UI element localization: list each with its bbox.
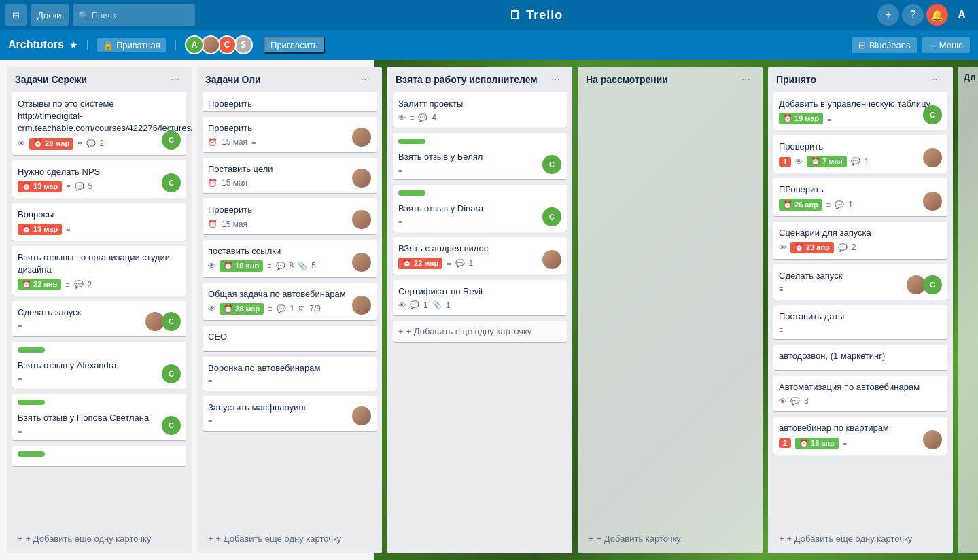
card-c4[interactable]: Взять отзывы по организации студии дизай… xyxy=(12,246,186,296)
num-badge-p9: 2 xyxy=(779,438,791,448)
card-title-v2: Взять отзыв у Белял xyxy=(398,151,561,163)
comment-count-c1: 2 xyxy=(100,139,105,148)
card-p4[interactable]: Сценарий для запуска 👁 ⏰ 23 апр 💬 2 xyxy=(773,222,947,259)
desc-icon-p1: ≡ xyxy=(827,115,831,123)
list-menu-zadachi-oli[interactable]: ··· xyxy=(357,72,374,87)
card-o2[interactable]: Проверить ⏰ 15 мая ≡ xyxy=(203,117,377,152)
card-title-o2: Проверить xyxy=(208,122,371,135)
desc-icon-p6: ≡ xyxy=(779,326,783,334)
card-p3[interactable]: ПРоверить ⏰ 26 апр ≡ 💬 1 xyxy=(773,178,947,215)
clip-count-o5: 5 xyxy=(311,261,316,270)
eye-icon-p4: 👁 xyxy=(779,243,786,251)
list-menu-vzyta[interactable]: ··· xyxy=(547,72,564,87)
notification-button[interactable]: 🔔 xyxy=(926,4,948,26)
add-card-prinyato[interactable]: + + Добавить еще одну карточку xyxy=(773,529,947,548)
card-meta-p4: 👁 ⏰ 23 апр 💬 2 xyxy=(779,242,942,253)
add-icon-4: + xyxy=(589,533,594,544)
avatar-c[interactable]: C xyxy=(217,35,237,54)
card-c8[interactable]: Взять отзыв у Попова Светлана xyxy=(12,446,186,466)
boards-button[interactable]: Доски xyxy=(31,4,69,26)
bluejeans-button[interactable]: ⊞ BlueJeans xyxy=(852,37,918,53)
desc-icon-v1: ≡ xyxy=(410,113,414,122)
menu-button[interactable]: ··· Меню xyxy=(922,37,970,53)
bluejeans-label: BlueJeans xyxy=(869,40,911,50)
avatar-s[interactable]: S xyxy=(234,35,253,54)
add-card-zadachi-oli[interactable]: + + Добавить еще одну карточку xyxy=(203,529,377,548)
avatar-p1: C xyxy=(923,105,942,124)
date-badge-p9: ⏰ 18 апр xyxy=(795,438,839,449)
card-v1[interactable]: Залитт проекты 👁 ≡ 💬 4 xyxy=(393,92,567,128)
card-meta-p1: ⏰ 19 мар ≡ xyxy=(779,113,942,124)
card-title-o8: Воронка по автовебинарам xyxy=(208,362,371,374)
list-menu-zadachi-srezhi[interactable]: ··· xyxy=(167,72,184,87)
invite-button[interactable]: Пригласить xyxy=(264,37,325,54)
eye-icon-o6: 👁 xyxy=(208,304,215,313)
card-p8[interactable]: Автоматизация по автовебинарам 👁 💬 3 xyxy=(773,376,947,411)
clock-icon-o3: ⏰ xyxy=(208,179,217,188)
card-p5[interactable]: Сделать запуск ≡ C xyxy=(773,264,947,300)
card-v2[interactable]: Взять отзыв у Белял ≡ C xyxy=(393,133,567,179)
card-c3[interactable]: Вопросы ⏰ 13 мар ≡ xyxy=(12,203,186,241)
search-input[interactable] xyxy=(73,4,195,26)
card-p2[interactable]: Проверить 1 👁 ⏰ 7 мая 💬 1 xyxy=(773,135,947,173)
list-menu-prinyato[interactable]: ··· xyxy=(928,72,945,87)
card-o4[interactable]: Проверить ⏰ 15 мая xyxy=(203,198,377,234)
desc-icon-v2: ≡ xyxy=(398,166,402,174)
help-button[interactable]: ? xyxy=(902,4,924,26)
comment-icon-o6: 💬 xyxy=(277,304,286,313)
card-meta-o4: ⏰ 15 мая xyxy=(208,220,371,229)
add-card-na-rass[interactable]: + + Добавить карточку xyxy=(583,529,757,548)
add-card-area[interactable]: + + Добавить еще одну карточку xyxy=(393,321,567,342)
card-v3[interactable]: Взять отзыв у Dinara ≡ C xyxy=(393,185,567,231)
card-o7[interactable]: CEO xyxy=(203,326,377,351)
card-o6[interactable]: Общая задача по автовебинарам 👁 ⏰ 28 мар… xyxy=(203,283,377,320)
list-footer-prinyato: + + Добавить еще одну карточку xyxy=(768,527,953,553)
date-badge-v4: ⏰ 22 мар xyxy=(398,258,442,269)
card-meta-c1: 👁 ⏰ 28 мар ≡ 💬 2 xyxy=(18,138,181,150)
menu-label: Меню xyxy=(939,40,963,50)
desc-icon-o5: ≡ xyxy=(267,262,271,270)
card-title-p7: автодозвон, (1 маркетинг) xyxy=(779,350,942,362)
home-button[interactable]: ⊞ xyxy=(5,4,27,26)
card-v4[interactable]: ВЗять с андрея видос ⏰ 22 мар ≡ 💬 1 xyxy=(393,237,567,275)
list-menu-na-rass[interactable]: ··· xyxy=(737,72,754,87)
card-c5[interactable]: Сделать запуск ≡ C xyxy=(12,301,186,336)
avatar-photo[interactable] xyxy=(201,35,220,54)
list-cards-na-rass xyxy=(578,92,763,527)
card-c7[interactable]: Взять отзыв у Попова Светлана ≡ C xyxy=(12,394,186,440)
card-c6[interactable]: Взять отзыв у Alexandra ≡ C xyxy=(12,342,186,388)
date-badge-p3: ⏰ 26 апр xyxy=(779,199,822,211)
add-button[interactable]: + xyxy=(877,4,899,26)
comment-count-p3: 1 xyxy=(848,200,853,209)
add-card-zadachi-srezhi[interactable]: + + Добавить еще одну карточку xyxy=(12,529,186,548)
card-o1[interactable]: Проверить xyxy=(203,92,377,111)
profile-button[interactable]: A xyxy=(951,4,973,26)
card-v5[interactable]: Сертификат по Revit 👁 💬 1 📎 1 xyxy=(393,280,567,315)
avatar-a[interactable]: A xyxy=(185,35,204,54)
card-p9[interactable]: автовебинар по квартирам 2 ⏰ 18 апр ≡ xyxy=(773,417,947,454)
clip-icon-v5: 📎 xyxy=(432,300,442,309)
top-nav-center: 🗒 Trello xyxy=(199,8,873,22)
card-title-c7: Взять отзыв у Попова Светлана xyxy=(18,412,181,424)
desc-icon-c4: ≡ xyxy=(65,281,69,289)
top-nav-right: + ? 🔔 A xyxy=(877,4,973,26)
privacy-badge[interactable]: 🔒 Приватная xyxy=(97,38,166,52)
card-o3[interactable]: Поставить цели ⏰ 15 мая xyxy=(203,158,377,193)
card-o5[interactable]: поставить ссылки 👁 ⏰ 10 янв ≡ 💬 8 📎 5 xyxy=(203,240,377,277)
card-meta-p2: 1 👁 ⏰ 7 мая 💬 1 xyxy=(779,156,942,167)
card-o8[interactable]: Воронка по автовебинарам ≡ xyxy=(203,357,377,391)
desc-icon-c7: ≡ xyxy=(18,427,22,435)
card-title-c3: Вопросы xyxy=(18,209,181,221)
card-c2[interactable]: Нужно сделать NPS ⏰ 13 мар ≡ 💬 5 C xyxy=(12,160,186,198)
card-p6[interactable]: Поставить даты ≡ xyxy=(773,305,947,339)
partial-list-title: Дл xyxy=(958,67,978,88)
card-p1[interactable]: Добавить в управленческую таблицу ⏰ 19 м… xyxy=(773,92,947,130)
star-button[interactable]: ★ xyxy=(69,39,78,50)
list-na-rassmotreniy: На рассмотрении ··· + + Добавить карточк… xyxy=(578,67,763,553)
list-title-prinyato: Принято xyxy=(776,74,816,85)
card-o9[interactable]: Запустить масфолоуинг ≡ xyxy=(203,396,377,430)
date-o3: 15 мая xyxy=(222,178,247,188)
card-p7[interactable]: автодозвон, (1 маркетинг) xyxy=(773,345,947,370)
invite-label: Пригласить xyxy=(270,40,318,50)
card-c1[interactable]: Отзывы по это системе http://timedigital… xyxy=(12,92,186,155)
